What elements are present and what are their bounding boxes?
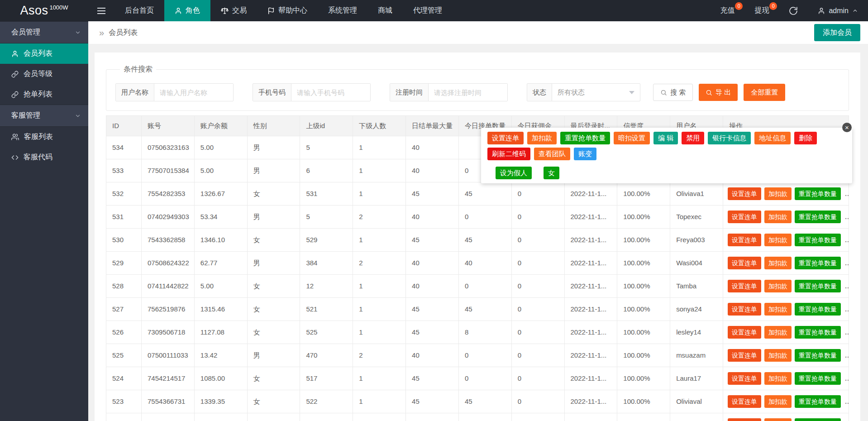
sidebar-item-member-list[interactable]: 会员列表 bbox=[0, 43, 88, 64]
cell-today-orders: 45 bbox=[459, 390, 512, 413]
row-action-reset-grab-button[interactable]: 重置抢单数量 bbox=[795, 395, 841, 408]
withdraw-button[interactable]: 提现 0 bbox=[744, 0, 779, 21]
row-action-reset-grab-button[interactable]: 重置抢单数量 bbox=[795, 257, 841, 269]
menu-item-system[interactable]: 系统管理 bbox=[318, 0, 367, 21]
row-action-set-chain-button[interactable]: 设置连单 bbox=[728, 349, 761, 362]
row-action-more-button[interactable]: ... bbox=[845, 252, 849, 274]
sidebar-group-service-management[interactable]: 客服管理 bbox=[0, 105, 88, 127]
menu-item-mall[interactable]: 商城 bbox=[367, 0, 403, 21]
popup-action-button[interactable]: 查看团队 bbox=[534, 148, 570, 160]
cell-actions: 设置连单 加扣款 重置抢单数量 ... bbox=[723, 390, 849, 413]
row-action-reset-grab-button[interactable]: 重置抢单数量 bbox=[795, 349, 841, 362]
row-action-set-chain-button[interactable]: 设置连单 bbox=[728, 326, 761, 339]
menu-label: 后台首页 bbox=[125, 6, 154, 15]
popup-action-button[interactable]: 重置抢单数量 bbox=[560, 132, 610, 144]
menu-item-trade[interactable]: 交易 bbox=[210, 0, 257, 21]
row-action-adjust-funds-button[interactable]: 加扣款 bbox=[764, 257, 792, 269]
row-action-reset-grab-button[interactable]: 重置抢单数量 bbox=[795, 187, 841, 200]
row-action-more-button[interactable]: ... bbox=[845, 298, 849, 321]
row-action-adjust-funds-button[interactable]: 加扣款 bbox=[764, 303, 792, 316]
row-action-more-button[interactable]: ... bbox=[845, 390, 849, 413]
table-row: 526 7309506718 1127.08 女 525 1 45 8 0 20… bbox=[106, 321, 849, 344]
add-member-button[interactable]: 添加会员 bbox=[814, 24, 860, 41]
row-action-set-chain-button[interactable]: 设置连单 bbox=[728, 234, 761, 246]
popup-action-button[interactable]: 禁用 bbox=[682, 132, 704, 144]
row-action-more-button[interactable]: ... bbox=[845, 413, 849, 421]
row-action-more-button[interactable]: ... bbox=[845, 367, 849, 390]
row-action-adjust-funds-button[interactable]: 加扣款 bbox=[764, 280, 792, 292]
row-action-adjust-funds-button[interactable]: 加扣款 bbox=[764, 395, 792, 408]
search-button[interactable]: 搜 索 bbox=[653, 84, 693, 101]
row-action-set-chain-button[interactable]: 设置连单 bbox=[728, 303, 761, 316]
refresh-button[interactable] bbox=[779, 0, 808, 21]
status-field-group: 状态 所有状态 bbox=[527, 83, 640, 101]
menu-item-help-center[interactable]: 帮助中心 bbox=[257, 0, 318, 21]
popup-action-button[interactable]: 暗扣设置 bbox=[614, 132, 650, 144]
export-button[interactable]: 导 出 bbox=[699, 84, 738, 101]
row-action-adjust-funds-button[interactable]: 加扣款 bbox=[764, 372, 792, 385]
cell-today-orders: 0 bbox=[459, 344, 512, 367]
cell-gender: 男 bbox=[248, 159, 300, 182]
row-action-adjust-funds-button[interactable]: 加扣款 bbox=[764, 418, 792, 421]
row-action-reset-grab-button[interactable]: 重置抢单数量 bbox=[795, 326, 841, 339]
row-action-adjust-funds-button[interactable]: 加扣款 bbox=[764, 234, 792, 246]
popup-action-button[interactable]: 女 bbox=[544, 167, 559, 179]
sidebar-item-member-level[interactable]: 会员等级 bbox=[0, 64, 88, 84]
row-action-more-button[interactable]: ... bbox=[845, 275, 849, 297]
menu-item-agent[interactable]: 代理管理 bbox=[403, 0, 453, 21]
row-action-more-button[interactable]: ... bbox=[845, 321, 849, 344]
reset-all-button[interactable]: 全部重置 bbox=[744, 84, 785, 101]
row-action-set-chain-button[interactable]: 设置连单 bbox=[728, 372, 761, 385]
row-action-reset-grab-button[interactable]: 重置抢单数量 bbox=[795, 234, 841, 246]
sidebar-item-label: 会员等级 bbox=[24, 69, 52, 79]
sidebar-item-service-list[interactable]: 客服列表 bbox=[0, 127, 88, 147]
popup-action-button[interactable]: 设置连单 bbox=[487, 132, 524, 144]
sidebar-group-member-management[interactable]: 会员管理 bbox=[0, 21, 88, 43]
user-menu[interactable]: admin bbox=[808, 0, 868, 21]
sidebar-item-service-code[interactable]: 客服代码 bbox=[0, 147, 88, 167]
recharge-button[interactable]: 充值 0 bbox=[710, 0, 744, 21]
popup-action-button[interactable]: 刷新二维码 bbox=[487, 148, 530, 160]
cell-credit: 100.00% bbox=[617, 367, 670, 390]
popup-action-button[interactable]: 地址信息 bbox=[754, 132, 791, 144]
popup-action-button[interactable]: 设为假人 bbox=[496, 167, 532, 179]
cell-id: 532 bbox=[106, 182, 142, 205]
row-action-set-chain-button[interactable]: 设置连单 bbox=[728, 395, 761, 408]
menu-item-roles[interactable]: 角色 bbox=[164, 0, 210, 21]
row-action-more-button[interactable]: ... bbox=[845, 344, 849, 367]
username-input[interactable] bbox=[154, 84, 233, 101]
row-action-set-chain-button[interactable]: 设置连单 bbox=[728, 257, 761, 269]
hamburger-icon[interactable] bbox=[88, 0, 114, 21]
row-action-more-button[interactable]: ... bbox=[845, 206, 849, 228]
regtime-input[interactable] bbox=[429, 84, 507, 101]
popup-action-button[interactable]: 账变 bbox=[574, 148, 596, 160]
row-action-reset-grab-button[interactable]: 重置抢单数量 bbox=[795, 372, 841, 385]
row-action-reset-grab-button[interactable]: 重置抢单数量 bbox=[795, 210, 841, 223]
popup-action-button[interactable]: 银行卡信息 bbox=[708, 132, 751, 144]
row-action-adjust-funds-button[interactable]: 加扣款 bbox=[764, 187, 792, 200]
row-action-reset-grab-button[interactable]: 重置抢单数量 bbox=[795, 303, 841, 316]
popup-action-button[interactable]: 编 辑 bbox=[653, 132, 678, 144]
row-action-adjust-funds-button[interactable]: 加扣款 bbox=[764, 326, 792, 339]
row-action-set-chain-button[interactable]: 设置连单 bbox=[728, 210, 761, 223]
row-action-set-chain-button[interactable]: 设置连单 bbox=[728, 280, 761, 292]
cell-daily-max: 40 bbox=[406, 136, 459, 159]
cell-actions: 设置连单 加扣款 重置抢单数量 ... bbox=[723, 298, 849, 321]
row-action-set-chain-button[interactable]: 设置连单 bbox=[728, 418, 761, 421]
popup-action-button[interactable]: 删除 bbox=[794, 132, 817, 144]
person-icon bbox=[175, 7, 182, 14]
popup-action-button[interactable]: 加扣款 bbox=[527, 132, 557, 144]
row-action-reset-grab-button[interactable]: 重置抢单数量 bbox=[795, 280, 841, 292]
row-action-set-chain-button[interactable]: 设置连单 bbox=[728, 187, 761, 200]
row-action-adjust-funds-button[interactable]: 加扣款 bbox=[764, 210, 792, 223]
menu-label: 交易 bbox=[232, 6, 247, 15]
row-action-reset-grab-button[interactable]: 重置抢单数量 bbox=[795, 418, 841, 421]
row-action-more-button[interactable]: ... bbox=[845, 182, 849, 205]
row-action-more-button[interactable]: ... bbox=[845, 229, 849, 251]
sidebar-item-grab-order-list[interactable]: 抢单列表 bbox=[0, 84, 88, 105]
phone-input[interactable] bbox=[291, 84, 370, 101]
status-select[interactable]: 所有状态 bbox=[552, 84, 640, 101]
row-action-adjust-funds-button[interactable]: 加扣款 bbox=[764, 349, 792, 362]
menu-item-dashboard[interactable]: 后台首页 bbox=[114, 0, 164, 21]
popup-close-icon[interactable]: × bbox=[842, 123, 852, 132]
